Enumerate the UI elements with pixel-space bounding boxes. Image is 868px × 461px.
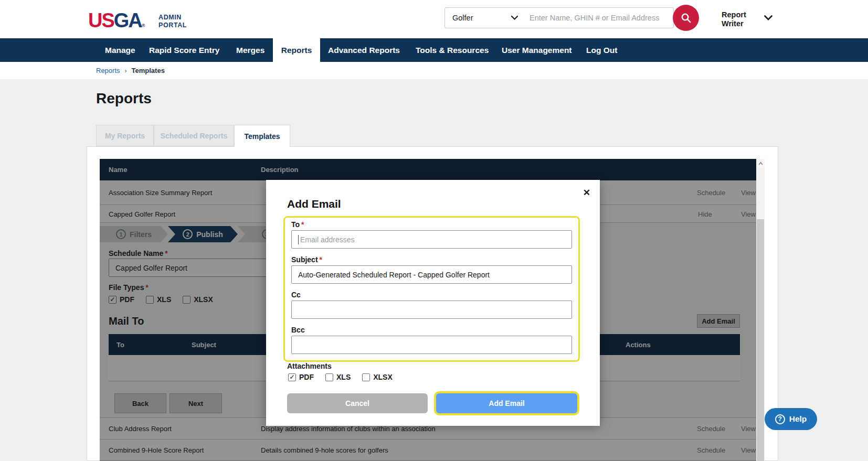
breadcrumb-current: Templates — [132, 67, 165, 74]
page-title: Reports — [96, 90, 152, 107]
logo-us: US — [88, 9, 114, 31]
chevron-down-icon[interactable] — [511, 16, 518, 20]
cc-input[interactable] — [291, 301, 572, 319]
logo-subtitle: ADMIN PORTAL — [158, 14, 187, 29]
nav-manage[interactable]: Manage — [105, 38, 135, 62]
tab-templates[interactable]: Templates — [234, 125, 290, 147]
nav-advanced-reports[interactable]: Advanced Reports — [328, 38, 400, 62]
xls-checkbox[interactable] — [325, 373, 333, 381]
subject-label: Subject* — [291, 255, 572, 264]
search-button[interactable] — [673, 5, 699, 31]
attachments-options: ✓ PDF XLS XLSX — [288, 373, 404, 381]
breadcrumb: Reports › Templates — [0, 62, 868, 79]
help-button[interactable]: ? Help — [765, 408, 817, 430]
nav-rapid-score-entry[interactable]: Rapid Score Entry — [149, 38, 219, 62]
top-header: USGA® ADMIN PORTAL Golfer Enter Name, GH… — [0, 0, 868, 38]
chevron-up-icon — [758, 162, 763, 165]
cc-label: Cc — [291, 291, 572, 299]
tab-scheduled-reports[interactable]: Scheduled Reports — [154, 125, 234, 146]
bcc-input[interactable] — [291, 336, 572, 354]
nav-user-management[interactable]: User Management — [502, 38, 572, 62]
add-email-modal: ✕ Add Email To* Email addresses Subject*… — [266, 180, 600, 426]
bcc-label: Bcc — [291, 326, 572, 334]
modal-title: Add Email — [287, 198, 341, 210]
required-asterisk: * — [320, 255, 322, 264]
required-asterisk: * — [301, 220, 304, 229]
to-input[interactable]: Email addresses — [291, 230, 572, 249]
nav-merges[interactable]: Merges — [236, 38, 264, 62]
global-search-bar: Golfer Enter Name, GHIN # or Email Addre… — [444, 7, 674, 28]
main-nav: Manage Rapid Score Entry Merges Reports … — [0, 38, 868, 62]
search-icon — [680, 12, 692, 24]
text-cursor — [298, 235, 299, 244]
email-fields-group: To* Email addresses Subject* Auto-Genera… — [283, 216, 580, 362]
tab-my-reports[interactable]: My Reports — [96, 125, 154, 146]
user-menu-chevron-icon[interactable] — [764, 15, 772, 20]
scrollbar-thumb[interactable] — [757, 219, 764, 461]
usga-admin-portal: USGA® ADMIN PORTAL Golfer Enter Name, GH… — [0, 0, 868, 461]
logo-ga: GA — [114, 9, 142, 31]
search-category-select[interactable]: Golfer — [452, 14, 511, 22]
breadcrumb-reports-link[interactable]: Reports — [96, 67, 120, 74]
search-input[interactable]: Enter Name, GHIN # or Email Address — [530, 14, 659, 22]
scroll-up-button[interactable] — [756, 159, 765, 168]
help-label: Help — [789, 414, 807, 424]
add-email-button[interactable]: Add Email — [436, 393, 577, 413]
logo-registered-mark: ® — [142, 23, 145, 28]
pdf-checkbox[interactable]: ✓ — [288, 373, 296, 381]
user-menu[interactable]: Report Writer — [722, 10, 746, 28]
help-icon: ? — [775, 414, 785, 424]
close-icon[interactable]: ✕ — [583, 187, 590, 198]
cancel-button[interactable]: Cancel — [287, 393, 428, 413]
subject-input[interactable]: Auto-Generated Scheduled Report - Capped… — [291, 265, 572, 284]
breadcrumb-separator-icon: › — [125, 67, 127, 74]
nav-reports[interactable]: Reports — [273, 38, 320, 62]
attachments-label: Attachments — [287, 362, 332, 370]
nav-log-out[interactable]: Log Out — [586, 38, 617, 62]
table-scrollbar[interactable] — [756, 159, 765, 461]
usga-logo: USGA® — [88, 9, 145, 32]
to-label: To* — [291, 220, 572, 229]
xlsx-checkbox[interactable] — [362, 373, 370, 381]
check-icon: ✓ — [289, 374, 294, 380]
nav-tools-resources[interactable]: Tools & Resources — [416, 38, 489, 62]
